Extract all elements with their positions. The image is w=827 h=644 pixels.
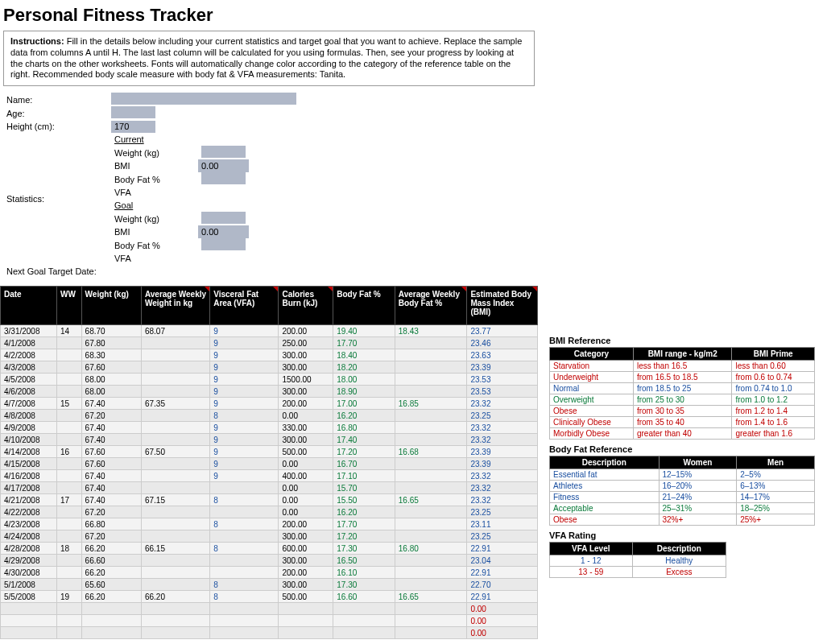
table-row[interactable]: 4/30/200866.20200.0016.1022.91 <box>1 567 538 579</box>
cell[interactable]: 17 <box>56 494 81 506</box>
cell[interactable]: 0.00 <box>279 458 333 470</box>
cell[interactable]: 18.43 <box>395 325 467 337</box>
cell[interactable]: 67.80 <box>81 337 141 349</box>
cell[interactable]: 8 <box>210 518 279 530</box>
table-row[interactable]: 4/1/200867.809250.0017.7023.46 <box>1 337 538 349</box>
cell[interactable] <box>395 374 467 386</box>
cell[interactable] <box>395 470 467 482</box>
cell[interactable]: 300.00 <box>279 555 333 567</box>
cell[interactable]: 8 <box>210 579 279 591</box>
cell[interactable]: 9 <box>210 470 279 482</box>
cell[interactable]: 23.63 <box>467 349 538 361</box>
cell[interactable]: 8 <box>210 494 279 506</box>
cell[interactable] <box>56 374 81 386</box>
cell[interactable]: 9 <box>210 434 279 446</box>
table-row[interactable]: 4/9/200867.409330.0016.8023.32 <box>1 422 538 434</box>
cell[interactable]: 17.70 <box>333 518 395 530</box>
cell[interactable] <box>81 603 141 615</box>
cell[interactable]: 9 <box>210 374 279 386</box>
cell[interactable]: 500.00 <box>279 446 333 458</box>
cell[interactable]: 22.91 <box>467 567 538 579</box>
cell[interactable] <box>141 349 209 361</box>
cell[interactable]: 4/24/2008 <box>1 530 57 543</box>
cell[interactable] <box>395 627 467 639</box>
cell[interactable]: 67.40 <box>81 434 141 446</box>
cell[interactable]: 23.53 <box>467 386 538 398</box>
cell[interactable]: 18.00 <box>333 374 395 386</box>
table-row[interactable]: 4/23/200866.808200.0017.7023.11 <box>1 518 538 530</box>
cell[interactable] <box>141 337 209 349</box>
cell[interactable]: 16.60 <box>333 591 395 603</box>
cell[interactable]: 23.32 <box>467 434 538 446</box>
cell[interactable]: 67.15 <box>141 494 209 506</box>
cell[interactable]: 14 <box>56 325 81 337</box>
cell[interactable]: 67.40 <box>81 494 141 506</box>
cell[interactable]: 300.00 <box>279 579 333 591</box>
cell[interactable]: 18.40 <box>333 349 395 361</box>
data-table[interactable]: Date WW Weight (kg) Average Weekly Weigh… <box>0 286 538 639</box>
cell[interactable] <box>210 627 279 639</box>
cell[interactable] <box>395 410 467 422</box>
cell[interactable]: 15.70 <box>333 482 395 494</box>
cell[interactable] <box>141 470 209 482</box>
cell[interactable]: 67.20 <box>81 506 141 518</box>
cell[interactable] <box>395 603 467 615</box>
cell[interactable]: 66.20 <box>81 543 141 555</box>
cell[interactable]: 68.00 <box>81 386 141 398</box>
cell[interactable]: 3/31/2008 <box>1 325 57 337</box>
cell[interactable]: 9 <box>210 337 279 349</box>
cell[interactable]: 66.60 <box>81 555 141 567</box>
cell[interactable] <box>141 579 209 591</box>
cell[interactable] <box>56 349 81 361</box>
cell[interactable] <box>141 386 209 398</box>
cell[interactable]: 4/22/2008 <box>1 506 57 518</box>
cell[interactable] <box>141 482 209 494</box>
cell[interactable] <box>56 555 81 567</box>
cell[interactable]: 16.20 <box>333 410 395 422</box>
cell[interactable] <box>56 627 81 639</box>
cell[interactable]: 200.00 <box>279 518 333 530</box>
table-row[interactable]: 4/28/20081866.2066.158600.0017.3016.8022… <box>1 543 538 555</box>
table-row[interactable]: 4/10/200867.409300.0017.4023.32 <box>1 434 538 446</box>
cell[interactable]: 23.53 <box>467 374 538 386</box>
cell[interactable]: 9 <box>210 325 279 337</box>
table-row[interactable]: 0.00 <box>1 615 538 627</box>
cell[interactable]: 16.65 <box>395 591 467 603</box>
cell[interactable] <box>210 603 279 615</box>
cell[interactable]: 300.00 <box>279 530 333 543</box>
cell[interactable]: 15.50 <box>333 494 395 506</box>
cell[interactable]: 23.25 <box>467 530 538 543</box>
table-row[interactable]: 0.00 <box>1 627 538 639</box>
cell[interactable] <box>141 530 209 543</box>
table-row[interactable]: 4/14/20081667.6067.509500.0017.2016.6823… <box>1 446 538 458</box>
cell[interactable]: 0.00 <box>279 410 333 422</box>
cell[interactable]: 67.40 <box>81 470 141 482</box>
cell[interactable] <box>210 567 279 579</box>
cell[interactable] <box>56 482 81 494</box>
cell[interactable]: 9 <box>210 349 279 361</box>
cell[interactable]: 4/5/2008 <box>1 374 57 386</box>
cell[interactable]: 67.60 <box>81 361 141 374</box>
table-row[interactable]: 5/1/200865.608300.0017.3022.70 <box>1 579 538 591</box>
cell[interactable] <box>395 579 467 591</box>
cell[interactable]: 0.00 <box>279 506 333 518</box>
cell[interactable]: 4/6/2008 <box>1 386 57 398</box>
cell[interactable] <box>81 615 141 627</box>
age-input[interactable] <box>111 106 155 118</box>
cell[interactable] <box>56 579 81 591</box>
cell[interactable]: 8 <box>210 591 279 603</box>
cell[interactable] <box>333 603 395 615</box>
cell[interactable]: 200.00 <box>279 398 333 410</box>
cell[interactable]: 0.00 <box>467 627 538 639</box>
cell[interactable]: 300.00 <box>279 386 333 398</box>
cell[interactable]: 0.00 <box>467 615 538 627</box>
cell[interactable]: 4/28/2008 <box>1 543 57 555</box>
cell[interactable]: 500.00 <box>279 591 333 603</box>
cell[interactable]: 4/2/2008 <box>1 349 57 361</box>
cell[interactable]: 4/23/2008 <box>1 518 57 530</box>
cell[interactable]: 250.00 <box>279 337 333 349</box>
cell[interactable]: 19 <box>56 591 81 603</box>
table-row[interactable]: 4/16/200867.409400.0017.1023.32 <box>1 470 538 482</box>
cell[interactable]: 16.80 <box>395 543 467 555</box>
table-row[interactable]: 4/7/20081567.4067.359200.0017.0016.8523.… <box>1 398 538 410</box>
